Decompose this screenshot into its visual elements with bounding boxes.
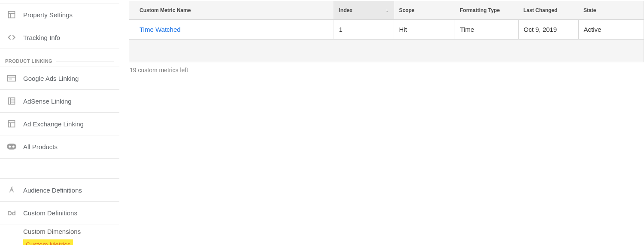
adsense-icon [7, 96, 16, 106]
custom-metrics-table: Custom Metric Name Index ↓ Scope Formatt… [129, 1, 644, 62]
sidebar-sub-custom-dimensions[interactable]: Custom Dimensions [23, 225, 119, 238]
sidebar-item-ad-exchange-linking[interactable]: Ad Exchange Linking [0, 112, 119, 135]
section-heading-product-linking: PRODUCT LINKING [0, 49, 119, 67]
sidebar-item-adsense-linking[interactable]: AdSense Linking [0, 89, 119, 113]
audience-icon [7, 185, 16, 195]
sidebar-item-label: AdSense Linking [23, 98, 72, 105]
custom-definitions-icon: Dd [7, 208, 16, 217]
ads-icon [7, 74, 16, 83]
sidebar-sub-custom-metrics[interactable]: Custom Metrics [23, 239, 73, 245]
cell-state: Active [578, 20, 644, 40]
sidebar-item-google-ads-linking[interactable]: Google Ads Linking [0, 67, 119, 90]
sidebar-item-label: Tracking Info [23, 34, 60, 41]
code-icon [7, 33, 16, 42]
sidebar-item-custom-definitions[interactable]: Dd Custom Definitions [0, 201, 119, 224]
table-header-row: Custom Metric Name Index ↓ Scope Formatt… [129, 1, 644, 20]
col-header-name[interactable]: Custom Metric Name [129, 1, 334, 20]
svg-point-14 [9, 145, 11, 147]
sidebar-item-label: Google Ads Linking [23, 75, 79, 82]
sidebar-item-label: Property Settings [23, 11, 73, 18]
col-header-scope[interactable]: Scope [394, 1, 455, 20]
sidebar-item-label: Ad Exchange Linking [23, 120, 84, 128]
table-footer [129, 40, 644, 62]
sidebar-item-label: Audience Definitions [23, 187, 82, 194]
sidebar-item-property-settings[interactable]: Property Settings [0, 3, 119, 26]
svg-rect-3 [8, 75, 15, 81]
sort-arrow-down-icon: ↓ [386, 7, 389, 13]
cell-scope: Hit [394, 20, 455, 40]
sidebar-item-tracking-info[interactable]: Tracking Info [0, 26, 119, 49]
svg-rect-13 [7, 144, 16, 150]
metric-link[interactable]: Time Watched [140, 26, 181, 33]
link-icon [7, 142, 16, 151]
metrics-remaining-hint: 19 custom metrics left [129, 62, 644, 74]
sidebar: Property Settings Tracking Info PRODUCT … [0, 0, 119, 245]
property-settings-icon [7, 10, 16, 19]
svg-point-15 [12, 145, 15, 147]
sidebar-item-audience-definitions[interactable]: Audience Definitions [0, 178, 119, 202]
col-header-last-changed[interactable]: Last Changed [518, 1, 578, 20]
table-row: Time Watched 1 Hit Time Oct 9, 2019 Acti… [129, 20, 644, 40]
sidebar-item-label: All Products [23, 143, 58, 150]
col-header-formatting-type[interactable]: Formatting Type [455, 1, 518, 20]
ad-exchange-icon [7, 119, 16, 129]
custom-definitions-sublist: Custom Dimensions Custom Metrics [0, 224, 119, 245]
svg-rect-10 [9, 121, 15, 127]
cell-name: Time Watched [129, 20, 334, 40]
cell-last-changed: Oct 9, 2019 [518, 20, 578, 40]
sidebar-item-label: Custom Definitions [23, 209, 77, 217]
cell-index: 1 [334, 20, 394, 40]
svg-rect-6 [9, 98, 15, 104]
main-content: Custom Metric Name Index ↓ Scope Formatt… [119, 0, 644, 245]
svg-rect-0 [9, 12, 15, 18]
cell-formatting-type: Time [455, 20, 518, 40]
col-header-index[interactable]: Index ↓ [334, 1, 394, 20]
sidebar-item-all-products[interactable]: All Products [0, 135, 119, 158]
col-header-state[interactable]: State [578, 1, 644, 20]
